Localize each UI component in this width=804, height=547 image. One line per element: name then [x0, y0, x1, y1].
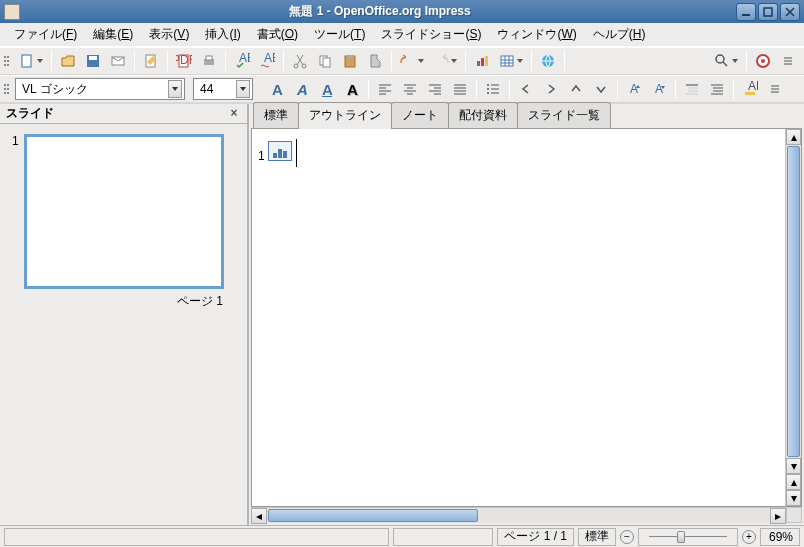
- tab-slidesorter[interactable]: スライド一覧: [517, 102, 611, 128]
- help-button[interactable]: [751, 49, 775, 73]
- menu-slideshow[interactable]: スライドショー(S): [373, 23, 489, 46]
- underline-button[interactable]: A: [315, 77, 339, 101]
- edit-file-button[interactable]: [139, 49, 163, 73]
- status-mode[interactable]: 標準: [578, 528, 616, 546]
- move-down-button[interactable]: [589, 77, 613, 101]
- menu-view[interactable]: 表示(V): [141, 23, 197, 46]
- prev-slide-button[interactable]: ▴: [786, 474, 801, 490]
- next-slide-button[interactable]: ▾: [786, 490, 801, 506]
- font-name-combo[interactable]: VL ゴシック: [15, 78, 185, 100]
- tab-handout[interactable]: 配付資料: [448, 102, 518, 128]
- font-name-value: VL ゴシック: [22, 81, 88, 98]
- save-button[interactable]: [81, 49, 105, 73]
- hscroll-row: ◂ ▸: [251, 507, 802, 523]
- spellcheck-button[interactable]: ABC: [230, 49, 254, 73]
- tab-normal[interactable]: 標準: [253, 102, 299, 128]
- move-up-button[interactable]: [564, 77, 588, 101]
- cut-button[interactable]: [288, 49, 312, 73]
- maximize-button[interactable]: [758, 3, 778, 21]
- align-justify-button[interactable]: [448, 77, 472, 101]
- auto-spellcheck-button[interactable]: ABC: [255, 49, 279, 73]
- tab-outline[interactable]: アウトライン: [298, 102, 392, 129]
- zoom-slider[interactable]: [638, 528, 738, 546]
- menu-edit[interactable]: 編集(E): [85, 23, 141, 46]
- format-toolbar: VL ゴシック 44 A A A A A A ABC: [0, 75, 804, 103]
- promote-button[interactable]: [514, 77, 538, 101]
- copy-button[interactable]: [313, 49, 337, 73]
- svg-point-24: [716, 55, 724, 63]
- vertical-scrollbar[interactable]: ▴ ▾ ▴ ▾: [785, 129, 801, 506]
- horizontal-scrollbar[interactable]: ◂ ▸: [251, 507, 786, 523]
- zoom-out-button[interactable]: −: [620, 530, 634, 544]
- zoom-knob[interactable]: [677, 531, 685, 543]
- menu-file[interactable]: ファイル(F): [6, 23, 85, 46]
- scroll-thumb[interactable]: [787, 146, 800, 457]
- align-left-button[interactable]: [373, 77, 397, 101]
- print-button[interactable]: [197, 49, 221, 73]
- toolbar-grip[interactable]: [4, 50, 12, 72]
- bold-button[interactable]: A: [265, 77, 289, 101]
- redo-button[interactable]: [429, 49, 461, 73]
- title-bar: 無題 1 - OpenOffice.org Impress: [0, 0, 804, 23]
- menu-help[interactable]: ヘルプ(H): [585, 23, 654, 46]
- toolbar-overflow[interactable]: [763, 77, 787, 101]
- chevron-down-icon[interactable]: [236, 80, 250, 98]
- char-color-button[interactable]: ABC: [738, 77, 762, 101]
- font-size-combo[interactable]: 44: [193, 78, 253, 100]
- menu-tools[interactable]: ツール(T): [306, 23, 373, 46]
- close-button[interactable]: [780, 3, 800, 21]
- undo-button[interactable]: [396, 49, 428, 73]
- open-button[interactable]: [56, 49, 80, 73]
- scroll-left-button[interactable]: ◂: [251, 508, 267, 524]
- email-button[interactable]: [106, 49, 130, 73]
- increase-font-button[interactable]: A: [622, 77, 646, 101]
- demote-button[interactable]: [539, 77, 563, 101]
- tab-notes[interactable]: ノート: [391, 102, 449, 128]
- main-area: スライド × 1 ページ 1 標準 アウトライン ノート 配付資料 スライド一覧…: [0, 103, 804, 525]
- close-icon[interactable]: ×: [227, 107, 241, 121]
- svg-rect-0: [742, 14, 750, 16]
- shadow-button[interactable]: A: [340, 77, 364, 101]
- toolbar-overflow[interactable]: [776, 49, 800, 73]
- paste-button[interactable]: [338, 49, 362, 73]
- outline-canvas[interactable]: 1: [252, 129, 785, 506]
- first-level-button[interactable]: [680, 77, 704, 101]
- table-button[interactable]: [495, 49, 527, 73]
- chart-button[interactable]: [470, 49, 494, 73]
- chevron-down-icon[interactable]: [168, 80, 182, 98]
- zoom-tool-button[interactable]: [710, 49, 742, 73]
- scroll-up-button[interactable]: ▴: [786, 129, 801, 145]
- hyperlink-button[interactable]: [536, 49, 560, 73]
- menu-window[interactable]: ウィンドウ(W): [489, 23, 584, 46]
- scroll-right-button[interactable]: ▸: [770, 508, 786, 524]
- svg-rect-19: [477, 61, 480, 66]
- slide-thumbnail[interactable]: [24, 134, 224, 289]
- scroll-down-button[interactable]: ▾: [786, 458, 801, 474]
- zoom-value[interactable]: 69%: [760, 528, 800, 546]
- slide-list[interactable]: 1 ページ 1: [0, 124, 247, 525]
- svg-rect-10: [206, 56, 212, 60]
- align-center-button[interactable]: [398, 77, 422, 101]
- export-pdf-button[interactable]: PDF: [172, 49, 196, 73]
- status-bar: ページ 1 / 1 標準 − + 69%: [0, 525, 804, 547]
- menu-insert[interactable]: 挿入(I): [197, 23, 248, 46]
- svg-point-29: [487, 92, 489, 94]
- slide-icon[interactable]: [268, 141, 292, 161]
- svg-point-28: [487, 88, 489, 90]
- new-button[interactable]: [15, 49, 47, 73]
- toolbar-grip[interactable]: [4, 78, 12, 100]
- align-right-button[interactable]: [423, 77, 447, 101]
- scroll-thumb[interactable]: [268, 509, 478, 522]
- all-levels-button[interactable]: [705, 77, 729, 101]
- menu-format[interactable]: 書式(O): [249, 23, 306, 46]
- zoom-in-button[interactable]: +: [742, 530, 756, 544]
- svg-text:PDF: PDF: [176, 53, 192, 67]
- work-area: 標準 アウトライン ノート 配付資料 スライド一覧 1 ▴ ▾ ▴ ▾: [249, 104, 804, 525]
- italic-button[interactable]: A: [290, 77, 314, 101]
- format-paintbrush-button[interactable]: [363, 49, 387, 73]
- svg-point-27: [487, 84, 489, 86]
- page-label: ページ 1: [10, 289, 237, 310]
- bullets-button[interactable]: [481, 77, 505, 101]
- decrease-font-button[interactable]: A: [647, 77, 671, 101]
- minimize-button[interactable]: [736, 3, 756, 21]
